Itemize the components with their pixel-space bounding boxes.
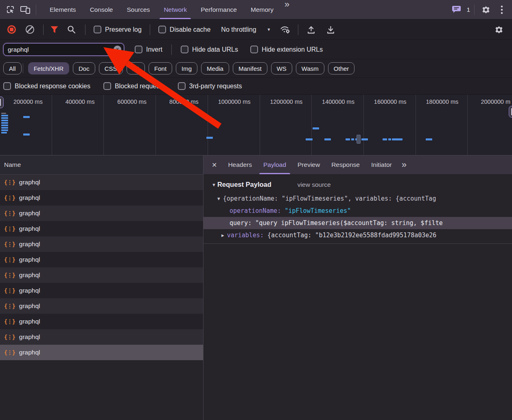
chip-all[interactable]: All <box>3 62 22 74</box>
tab-elements[interactable]: Elements <box>43 0 83 19</box>
clear-network-log-icon[interactable] <box>26 25 34 34</box>
timeline-drag-handle-right[interactable] <box>509 106 512 118</box>
issues-icon[interactable] <box>451 2 462 17</box>
hide-data-urls-checkbox[interactable] <box>181 46 188 53</box>
chip-fetch-xhr[interactable]: Fetch/XHR <box>28 62 69 74</box>
throttling-select[interactable]: No throttling <box>221 26 256 33</box>
table-row[interactable]: {⋮}graphql <box>0 206 203 221</box>
chip-ws[interactable]: WS <box>271 62 292 74</box>
clear-filter-icon[interactable]: ✕ <box>114 46 121 53</box>
detail-tabs: ✕ Headers Payload Preview Response Initi… <box>203 155 512 174</box>
request-name: graphql <box>19 194 40 201</box>
disable-cache-label: Disable cache <box>170 26 211 33</box>
chip-font[interactable]: Font <box>149 62 172 74</box>
expand-triangle-icon[interactable]: ▶ <box>221 233 224 238</box>
network-overview-timeline[interactable]: 200000 ms 400000 ms 600000 ms 800000 ms … <box>0 95 512 155</box>
toolbar-divider <box>150 24 150 35</box>
chip-wasm[interactable]: Wasm <box>296 62 324 74</box>
fetch-xhr-icon: {⋮} <box>4 303 15 309</box>
tab-preview[interactable]: Preview <box>292 155 326 174</box>
tab-performance[interactable]: Performance <box>194 0 244 19</box>
inspect-element-icon[interactable] <box>3 2 18 17</box>
table-row[interactable]: {⋮}graphql <box>0 221 203 236</box>
record-network-log-button[interactable] <box>7 25 16 34</box>
chip-doc[interactable]: Doc <box>73 62 95 74</box>
request-timing-bar <box>351 138 354 140</box>
timeline-drag-handle-left[interactable] <box>0 96 4 108</box>
collapse-triangle-icon[interactable]: ▼ <box>217 196 220 201</box>
more-detail-tabs-icon[interactable]: » <box>398 160 411 169</box>
fetch-xhr-icon: {⋮} <box>4 287 15 294</box>
table-row[interactable]: {⋮}graphql <box>0 283 203 298</box>
table-row[interactable]: {⋮}graphql <box>0 329 203 345</box>
table-row[interactable]: {⋮}graphql <box>0 190 203 206</box>
preserve-log-checkbox[interactable] <box>94 26 101 33</box>
payload-query-row-selected[interactable]: query: "query ipFlowTimeseries($accountT… <box>203 217 512 229</box>
more-tabs-icon[interactable]: » <box>280 0 293 19</box>
chip-other[interactable]: Other <box>328 62 355 74</box>
fetch-xhr-icon: {⋮} <box>4 195 15 201</box>
device-toolbar-icon[interactable] <box>18 2 33 17</box>
chip-manifest[interactable]: Manifest <box>233 62 267 74</box>
table-row[interactable]: {⋮}graphql <box>0 267 203 283</box>
chip-js[interactable]: JS <box>127 62 145 74</box>
request-name: graphql <box>19 302 40 310</box>
disable-cache-checkbox[interactable] <box>158 26 166 33</box>
tab-initiator[interactable]: Initiator <box>365 155 398 174</box>
kebab-menu-icon[interactable] <box>497 2 506 17</box>
payload-operation-row[interactable]: operationName: "ipFlowTimeseries" <box>203 205 512 217</box>
chip-css[interactable]: CSS <box>99 62 123 74</box>
tab-memory[interactable]: Memory <box>244 0 280 19</box>
issues-count: 1 <box>466 6 470 13</box>
payload-preview-row[interactable]: ▼ {operationName: "ipFlowTimeseries", va… <box>203 192 512 205</box>
table-row[interactable]: {⋮}graphql <box>0 175 203 190</box>
collapse-triangle-icon[interactable]: ▼ <box>212 182 216 187</box>
payload-key: variables: <box>227 232 267 239</box>
toolbar-divider <box>171 44 172 55</box>
chip-media[interactable]: Media <box>201 62 229 74</box>
settings-gear-icon[interactable] <box>479 2 493 17</box>
table-row[interactable]: {⋮}graphql <box>0 236 203 252</box>
hide-data-urls-label: Hide data URLs <box>192 46 238 53</box>
table-row[interactable]: {⋮}graphql <box>0 298 203 314</box>
request-timing-bar <box>346 138 350 140</box>
hide-extension-urls-label: Hide extension URLs <box>262 46 323 53</box>
tab-network[interactable]: Network <box>157 0 194 19</box>
hide-extension-urls-checkbox[interactable] <box>250 46 258 53</box>
network-toolbar: Preserve log Disable cache No throttling… <box>0 20 512 40</box>
network-settings-gear-icon[interactable] <box>492 22 506 37</box>
timeline-tick: 600000 ms <box>104 95 156 155</box>
request-timing-bar <box>383 138 387 140</box>
invert-checkbox[interactable] <box>135 46 142 53</box>
payload-variables-row[interactable]: ▶ variables: {accountTag: "b12e3b2192ee5… <box>203 229 512 241</box>
tab-console[interactable]: Console <box>83 0 120 19</box>
filter-funnel-icon[interactable] <box>47 22 61 37</box>
payload-section-title: Request Payload <box>217 181 271 188</box>
toolbar-divider <box>23 63 23 73</box>
timeline-selected-marker <box>357 135 361 144</box>
tab-response[interactable]: Response <box>326 155 365 174</box>
network-conditions-icon[interactable] <box>278 22 292 37</box>
name-column-header[interactable]: Name <box>0 155 203 175</box>
table-row[interactable]: {⋮}graphql <box>0 252 203 267</box>
filter-input[interactable] <box>3 43 124 56</box>
tab-payload[interactable]: Payload <box>258 155 292 174</box>
payload-preview-text: {operationName: "ipFlowTimeseries", vari… <box>223 195 436 202</box>
third-party-requests-checkbox[interactable] <box>178 82 186 90</box>
export-har-icon[interactable] <box>324 22 338 37</box>
search-icon[interactable] <box>64 22 79 37</box>
close-icon[interactable]: ✕ <box>203 161 222 169</box>
blocked-requests-checkbox[interactable] <box>103 82 111 90</box>
table-row-selected[interactable]: {⋮}graphql <box>0 345 203 360</box>
table-row[interactable]: {⋮}graphql <box>0 314 203 329</box>
chevron-down-icon[interactable]: ▼ <box>267 27 271 32</box>
view-source-link[interactable]: view source <box>298 181 331 188</box>
blocked-cookies-checkbox[interactable] <box>3 82 11 90</box>
request-timing-bar <box>324 138 331 140</box>
tab-sources[interactable]: Sources <box>120 0 157 19</box>
timeline-tick: 1800000 ms <box>416 95 468 155</box>
tab-headers[interactable]: Headers <box>222 155 258 174</box>
chip-img[interactable]: Img <box>176 62 197 74</box>
blocked-filters-bar: Blocked response cookies Blocked request… <box>0 78 512 95</box>
import-har-icon[interactable] <box>304 22 319 37</box>
